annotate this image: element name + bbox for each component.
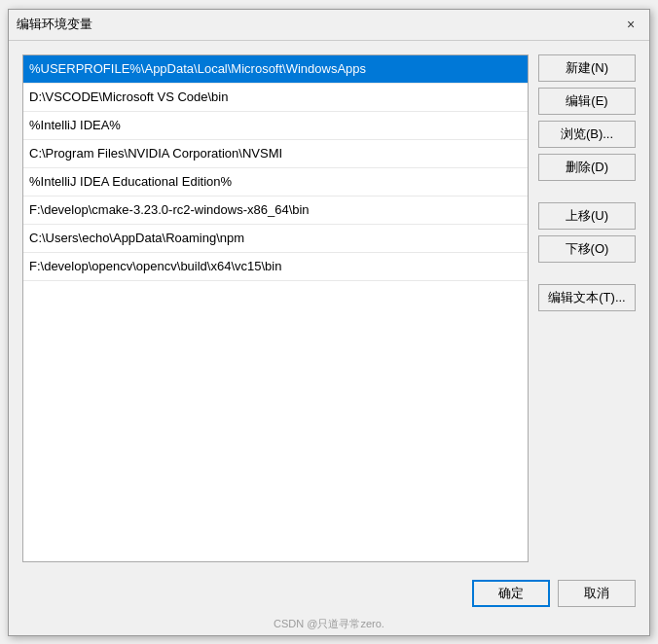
browse-button[interactable]: 浏览(B)... <box>538 121 636 148</box>
list-item[interactable]: C:\Users\echo\AppData\Roaming\npm <box>23 225 528 253</box>
list-item[interactable]: D:\VSCODE\Microsoft VS Code\bin <box>23 84 528 112</box>
edit-text-button[interactable]: 编辑文本(T)... <box>538 284 636 311</box>
list-item[interactable]: C:\Program Files\NVIDIA Corporation\NVSM… <box>23 140 528 168</box>
close-button[interactable]: × <box>620 14 641 35</box>
dialog-window: 编辑环境变量 × %USERPROFILE%\AppData\Local\Mic… <box>8 9 650 636</box>
content-area: %USERPROFILE%\AppData\Local\Microsoft\Wi… <box>9 41 649 572</box>
confirm-button[interactable]: 确定 <box>472 580 550 607</box>
dialog-title: 编辑环境变量 <box>17 16 92 33</box>
bottom-bar: 确定 取消 <box>9 572 649 617</box>
move-down-button[interactable]: 下移(O) <box>538 235 636 263</box>
watermark: CSDN @只道寻常zero. <box>9 617 649 635</box>
cancel-button[interactable]: 取消 <box>558 580 636 607</box>
title-bar: 编辑环境变量 × <box>9 10 649 41</box>
list-item[interactable]: %IntelliJ IDEA Educational Edition% <box>23 168 528 197</box>
delete-button[interactable]: 删除(D) <box>538 154 636 181</box>
edit-button[interactable]: 编辑(E) <box>538 88 636 115</box>
new-button[interactable]: 新建(N) <box>538 54 636 82</box>
move-up-button[interactable]: 上移(U) <box>538 202 636 230</box>
env-var-list[interactable]: %USERPROFILE%\AppData\Local\Microsoft\Wi… <box>22 54 529 562</box>
list-item[interactable]: %IntelliJ IDEA% <box>23 112 528 140</box>
list-item[interactable]: %USERPROFILE%\AppData\Local\Microsoft\Wi… <box>23 55 528 84</box>
list-item[interactable]: F:\develop\opencv\opencv\build\x64\vc15\… <box>23 253 528 281</box>
list-item[interactable]: F:\develop\cmake-3.23.0-rc2-windows-x86_… <box>23 197 528 225</box>
buttons-panel: 新建(N) 编辑(E) 浏览(B)... 删除(D) 上移(U) 下移(O) 编… <box>538 54 636 562</box>
